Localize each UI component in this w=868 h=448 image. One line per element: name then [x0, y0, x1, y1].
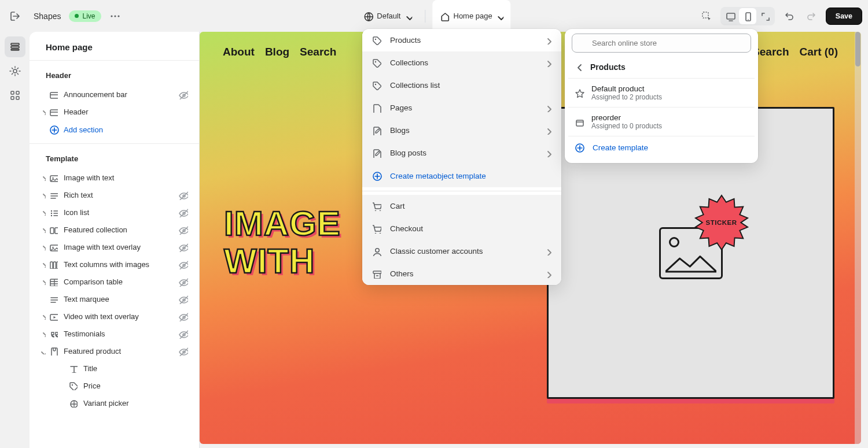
hidden-icon[interactable]	[178, 242, 189, 252]
sidebar-item[interactable]: Variant picker	[30, 394, 199, 412]
menu-item[interactable]: Blog posts	[362, 142, 561, 164]
sidebar-item-label: Variant picker	[83, 399, 191, 408]
save-button[interactable]: Save	[826, 8, 862, 25]
menu-item[interactable]: Products	[362, 29, 561, 51]
sidebar-item[interactable]: Icon list	[30, 203, 199, 221]
sidebar-heading-header: Header	[30, 65, 199, 86]
sidebar-item[interactable]: Rich text	[30, 186, 199, 203]
undo-button[interactable]	[779, 7, 798, 25]
menu-item-label: Cart	[390, 202, 552, 210]
chevron-right-icon	[543, 149, 552, 157]
hidden-icon[interactable]	[178, 312, 189, 321]
menu-item-label: Collections	[390, 58, 543, 67]
redo-button[interactable]	[803, 7, 821, 25]
create-metaobject-template-button[interactable]: Create metaobject template	[362, 164, 561, 187]
sidebar-item[interactable]: Featured collection	[30, 221, 199, 238]
sidebar-item-label: Testimonials	[64, 329, 191, 338]
fullscreen-button[interactable]	[756, 8, 774, 24]
sidebar-item[interactable]: Title	[30, 360, 199, 377]
hidden-icon[interactable]	[178, 329, 189, 339]
rail-sections-button[interactable]	[5, 36, 25, 57]
sidebar-item[interactable]: Testimonials	[30, 325, 199, 342]
menu-item[interactable]: Collections	[362, 51, 561, 74]
nav-link-cart[interactable]: Cart (0)	[799, 46, 838, 58]
hidden-icon[interactable]	[178, 90, 189, 99]
hidden-icon[interactable]	[178, 260, 189, 269]
template-option[interactable]: Default productAssigned to 2 products	[568, 79, 755, 107]
desktop-view-button[interactable]	[722, 8, 739, 24]
sidebar-item[interactable]: Price	[30, 377, 199, 394]
preview-inspector-button[interactable]	[697, 7, 716, 25]
menu-back-button[interactable]	[574, 62, 584, 72]
section-icon	[49, 107, 59, 116]
hero-line-2: WITH	[224, 243, 341, 280]
nav-link-search[interactable]: Search	[300, 46, 336, 58]
sidebar-item-label: Featured collection	[64, 225, 191, 234]
status-badge: Live	[69, 10, 101, 22]
mobile-view-button[interactable]	[739, 8, 756, 24]
menu-item[interactable]: Cart	[362, 195, 561, 217]
sidebar-item[interactable]: Comparison table	[30, 273, 199, 290]
sidebar-item[interactable]: Image with text overlay	[30, 238, 199, 256]
template-type-menu: ProductsCollectionsCollections listPages…	[362, 29, 561, 285]
chevron-right-icon	[543, 247, 552, 256]
status-label: Live	[82, 12, 95, 20]
menu-item[interactable]: Pages	[362, 97, 561, 119]
menu-item-label: Classic customer accounts	[390, 247, 543, 256]
chevron-down-icon	[404, 12, 412, 20]
sidebar-item[interactable]: Video with text overlay	[30, 308, 199, 325]
rail-apps-button[interactable]	[5, 85, 25, 106]
menu-item[interactable]: Classic customer accounts	[362, 240, 561, 262]
locale-label: Default	[377, 12, 400, 20]
swatch-icon	[68, 398, 79, 408]
exit-button[interactable]	[6, 7, 24, 25]
page-select[interactable]: Home page	[432, 0, 510, 32]
hidden-icon[interactable]	[178, 208, 189, 217]
rail-settings-button[interactable]	[5, 61, 25, 82]
sidebar-title: Home page	[30, 32, 199, 60]
template-search-input[interactable]	[572, 34, 751, 53]
nav-link-blog[interactable]: Blog	[265, 46, 289, 58]
sidebar-item-label: Rich text	[64, 191, 191, 199]
sidebar-heading-template: Template	[30, 149, 199, 169]
hidden-icon[interactable]	[178, 346, 189, 356]
create-template-label: Create template	[593, 143, 749, 152]
menu-item[interactable]: Others	[362, 262, 561, 285]
device-toggle	[720, 7, 775, 25]
section-icon	[49, 90, 59, 99]
sidebar-item[interactable]: Image with text	[30, 169, 199, 186]
sidebar-item[interactable]: Header	[30, 103, 199, 120]
menu-item[interactable]: Checkout	[362, 217, 561, 240]
sidebar-item[interactable]: Announcement bar	[30, 86, 199, 103]
template-option[interactable]: preorderAssigned to 0 products	[568, 108, 755, 136]
hidden-icon[interactable]	[178, 190, 189, 200]
sidebar-item[interactable]: Featured product	[30, 342, 199, 360]
hidden-icon[interactable]	[178, 225, 189, 235]
create-template-button[interactable]: Create template	[568, 136, 755, 158]
sidebar-item-label: Title	[83, 364, 191, 373]
add-section-button[interactable]: Add section	[30, 120, 199, 139]
sidebar-item-label: Text marquee	[64, 295, 191, 303]
sidebar-item-label: Image with text	[64, 173, 191, 182]
blog-icon	[372, 125, 382, 135]
chevron-down-icon	[496, 12, 504, 20]
create-metaobject-label: Create metaobject template	[390, 172, 552, 180]
sidebar-item[interactable]: Text marquee	[30, 290, 199, 308]
sidebar-item-label: Comparison table	[64, 277, 191, 286]
hidden-icon[interactable]	[178, 294, 189, 304]
hidden-icon[interactable]	[178, 277, 189, 287]
template-title: preorder	[591, 113, 662, 122]
columns-icon	[49, 260, 59, 269]
menu-item[interactable]: Collections list	[362, 74, 561, 97]
nav-link-about[interactable]: About	[223, 46, 255, 58]
more-actions-button[interactable]	[106, 7, 124, 25]
template-title: Default product	[591, 84, 662, 93]
cards-icon	[49, 225, 59, 234]
text-icon	[49, 294, 59, 303]
canvas-scrollbar[interactable]	[855, 32, 861, 444]
video-icon	[49, 312, 59, 321]
sidebar-item[interactable]: Text columns with images	[30, 256, 199, 273]
locale-select[interactable]: Default	[357, 8, 418, 25]
menu-item[interactable]: Blogs	[362, 119, 561, 142]
chevron-right-icon	[543, 269, 552, 278]
